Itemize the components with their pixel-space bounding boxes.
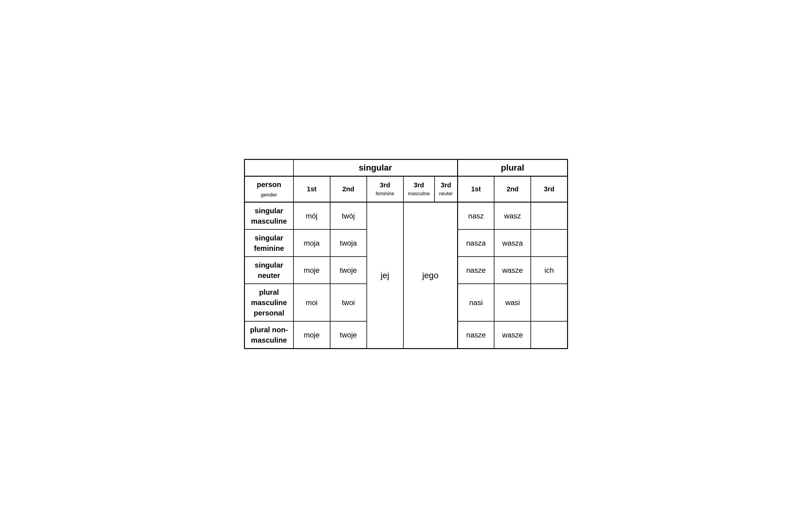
cell-pnm-s1: moje <box>294 321 330 349</box>
singular-1st-header: 1st <box>294 176 330 202</box>
cell-sf-s1: moja <box>294 229 330 257</box>
cell-sm-p2: wasz <box>494 202 531 229</box>
cell-pnm-s2: twoje <box>330 321 367 349</box>
possessive-pronouns-table: singular plural person gender 1st 2nd 3r… <box>244 159 568 349</box>
empty-header-cell <box>244 159 294 176</box>
row-header-singular-feminine-label: singularfeminine <box>254 234 284 252</box>
row-header-singular-masculine-label: singularmasculine <box>251 207 287 225</box>
row-header-plural-masculine-personal: pluralmasculinepersonal <box>244 284 294 321</box>
cell-sf-s2: twoja <box>330 229 367 257</box>
singular-3rd-fem-header: 3rd feminine <box>367 176 403 202</box>
cell-sm-p3 <box>531 202 568 229</box>
cell-merged-jego: jego <box>403 202 458 349</box>
cell-sn-s1: moje <box>294 257 330 284</box>
plural-header: plural <box>458 159 568 176</box>
cell-sf-p3 <box>531 229 568 257</box>
table-container: singular plural person gender 1st 2nd 3r… <box>238 153 574 355</box>
cell-sn-p3: ich <box>531 257 568 284</box>
person-label: person <box>257 180 281 188</box>
cell-pmp-p3 <box>531 284 568 321</box>
gender-label: gender <box>261 192 277 198</box>
cell-pmp-p2: wasi <box>494 284 531 321</box>
row-header-singular-feminine: singularfeminine <box>244 229 294 257</box>
singular-3rd-neut-header: 3rd neuter <box>434 176 458 202</box>
cell-pnm-p1: nasze <box>458 321 494 349</box>
cell-pnm-p2: wasze <box>494 321 531 349</box>
plural-1st-header: 1st <box>458 176 494 202</box>
cell-sn-p2: wasze <box>494 257 531 284</box>
cell-pmp-p1: nasi <box>458 284 494 321</box>
cell-sm-p1: nasz <box>458 202 494 229</box>
cell-merged-jej: jej <box>367 202 403 349</box>
cell-sn-s2: twoje <box>330 257 367 284</box>
row-header-singular-neuter-label: singularneuter <box>255 261 283 280</box>
cell-pmp-s1: moi <box>294 284 330 321</box>
plural-2nd-header: 2nd <box>494 176 531 202</box>
singular-3rd-masc-header: 3rd masculine <box>403 176 434 202</box>
row-header-pnm-label: plural non-masculine <box>250 326 288 344</box>
cell-sf-p1: nasza <box>458 229 494 257</box>
cell-pmp-s2: twoi <box>330 284 367 321</box>
cell-sf-p2: wasza <box>494 229 531 257</box>
cell-sm-s1: mój <box>294 202 330 229</box>
cell-sm-s2: twój <box>330 202 367 229</box>
row-header-singular-neuter: singularneuter <box>244 257 294 284</box>
row-header-plural-non-masculine: plural non-masculine <box>244 321 294 349</box>
person-gender-header: person gender <box>244 176 294 202</box>
cell-pnm-p3 <box>531 321 568 349</box>
cell-sn-p1: nasze <box>458 257 494 284</box>
plural-3rd-header: 3rd <box>531 176 568 202</box>
row-header-singular-masculine: singularmasculine <box>244 202 294 229</box>
singular-header: singular <box>294 159 458 176</box>
row-header-pmp-label: pluralmasculinepersonal <box>251 288 287 317</box>
singular-2nd-header: 2nd <box>330 176 367 202</box>
